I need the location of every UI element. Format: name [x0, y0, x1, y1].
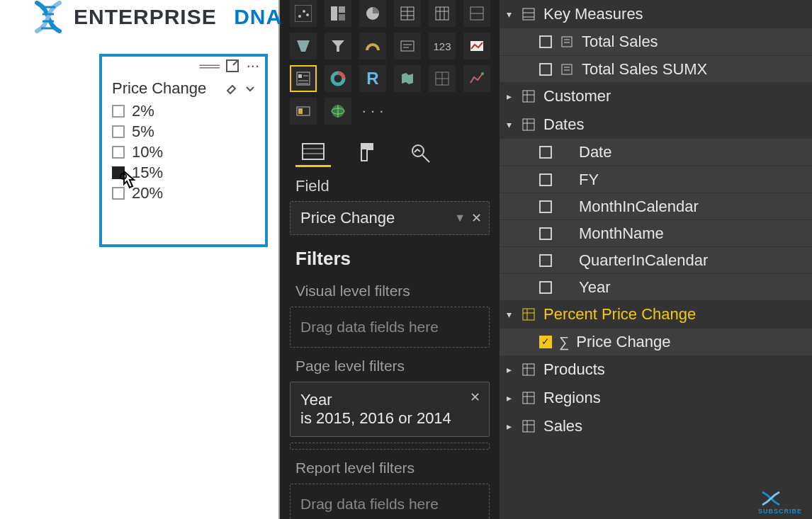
checkbox-icon[interactable]: [112, 125, 125, 138]
viz-gauge-icon[interactable]: [359, 33, 386, 59]
field-monthincalendar[interactable]: MonthInCalendar: [500, 193, 812, 219]
eraser-icon[interactable]: [225, 82, 238, 95]
viz-scatter-icon[interactable]: [290, 0, 317, 27]
visual-level-drop[interactable]: Drag data fields here: [290, 307, 490, 348]
viz-table2-icon[interactable]: [463, 0, 490, 27]
checkbox-icon[interactable]: [112, 146, 125, 159]
svg-rect-58: [562, 64, 572, 74]
viz-pie-icon[interactable]: [359, 0, 386, 27]
expand-icon[interactable]: ▸: [504, 364, 514, 375]
page-level-drop[interactable]: [290, 443, 490, 450]
table-customer[interactable]: ▸ Customer: [500, 82, 812, 110]
svg-rect-13: [339, 14, 345, 21]
focus-mode-icon[interactable]: [225, 59, 239, 73]
tab-format[interactable]: [349, 137, 385, 167]
report-canvas[interactable]: ENTERPRISE DNA ══ ··· Price Change 2% 5%…: [0, 0, 280, 519]
checkbox-icon[interactable]: [112, 187, 125, 200]
viz-slicer-icon[interactable]: [290, 65, 317, 92]
tab-analyze[interactable]: [403, 137, 439, 167]
subscribe-label: SUBSCRIBE: [758, 508, 802, 515]
slicer-item-label: 10%: [132, 143, 163, 161]
field-well[interactable]: Price Change ▼ ✕: [290, 201, 490, 235]
viz-table-icon[interactable]: [429, 0, 456, 27]
field-fy[interactable]: FY: [500, 166, 812, 193]
table-regions[interactable]: ▸ Regions: [500, 384, 812, 412]
remove-field-icon[interactable]: ✕: [471, 210, 482, 226]
viz-donut-icon[interactable]: [325, 65, 351, 92]
field-total-sales-sumx[interactable]: Total Sales SUMX: [500, 55, 812, 82]
viz-globe-icon[interactable]: [325, 98, 351, 125]
chevron-down-icon[interactable]: [244, 82, 256, 95]
field-total-sales[interactable]: Total Sales: [500, 28, 812, 55]
table-dates[interactable]: ▾ Dates: [500, 110, 812, 139]
svg-point-8: [298, 15, 301, 18]
slicer-item-10pct[interactable]: 10%: [112, 142, 265, 162]
viz-funnel-icon[interactable]: [290, 33, 317, 59]
slicer-item-15pct[interactable]: 15%: [112, 162, 265, 183]
collapse-icon[interactable]: ▾: [504, 309, 514, 320]
viz-multicard-icon[interactable]: [463, 33, 490, 59]
field-checkbox[interactable]: [539, 281, 552, 294]
table-sales[interactable]: ▸ Sales: [500, 412, 812, 440]
field-checkbox[interactable]: [539, 146, 552, 159]
table-key-measures[interactable]: ▾ Key Measures: [500, 0, 812, 28]
field-checkbox[interactable]: [539, 336, 552, 348]
slicer-item-20pct[interactable]: 20%: [112, 183, 265, 203]
report-level-drop[interactable]: Drag data fields here: [290, 484, 490, 519]
collapse-icon[interactable]: ▾: [504, 8, 514, 20]
svg-rect-42: [298, 108, 303, 114]
table-percent-price-change[interactable]: ▾ Percent Price Change: [500, 300, 812, 329]
drag-handle-icon[interactable]: ══: [200, 62, 218, 69]
expand-icon[interactable]: ▸: [504, 91, 514, 102]
slicer-item-2pct[interactable]: 2%: [112, 101, 265, 121]
field-label: FY: [579, 171, 599, 189]
viz-treemap-icon[interactable]: [325, 0, 351, 27]
field-checkbox[interactable]: [539, 35, 552, 48]
collapse-icon[interactable]: ▾: [504, 119, 514, 130]
slicer-item-label: 5%: [132, 122, 154, 141]
field-price-change[interactable]: ∑ Price Change: [500, 329, 812, 355]
field-checkbox[interactable]: [539, 200, 552, 213]
checkbox-icon[interactable]: [112, 166, 125, 179]
field-date[interactable]: Date: [500, 139, 812, 166]
viz-kpi-icon[interactable]: 123: [429, 33, 456, 59]
field-checkbox[interactable]: [539, 254, 552, 267]
svg-rect-73: [523, 392, 534, 404]
viz-sparkline-icon[interactable]: [463, 65, 490, 92]
table-icon: [521, 117, 536, 132]
viz-matrix-icon[interactable]: [394, 0, 421, 27]
field-label: Year: [579, 278, 610, 297]
table-label: Customer: [543, 87, 611, 105]
viz-card-icon[interactable]: [394, 33, 421, 59]
logo-text-enterprise: ENTERPRISE: [74, 5, 217, 29]
slicer-visual[interactable]: ══ ··· Price Change 2% 5% 10% 15% 20%: [99, 54, 268, 247]
tab-fields[interactable]: [295, 137, 331, 167]
field-quarterincalendar[interactable]: QuarterInCalendar: [500, 246, 812, 273]
chevron-down-icon[interactable]: ▼: [454, 212, 466, 224]
viz-map-shape-icon[interactable]: [394, 65, 421, 92]
svg-rect-70: [523, 364, 534, 375]
field-monthname[interactable]: MonthName: [500, 219, 812, 246]
more-options-icon[interactable]: ···: [247, 57, 259, 75]
viz-grid-icon[interactable]: [429, 65, 456, 92]
page-filter-year[interactable]: ✕ Year is 2015, 2016 or 2014: [290, 382, 490, 437]
dna-icon: [30, 0, 67, 34]
field-checkbox[interactable]: [539, 63, 552, 76]
viz-r-icon[interactable]: R: [359, 65, 386, 92]
field-year[interactable]: Year: [500, 273, 812, 300]
viz-import-icon[interactable]: · · ·: [359, 98, 386, 125]
viz-card2-icon[interactable]: [290, 98, 317, 125]
subscribe-badge[interactable]: SUBSCRIBE: [758, 489, 802, 515]
viz-filter-icon[interactable]: [325, 33, 351, 59]
field-label: QuarterInCalendar: [579, 251, 708, 270]
table-label: Key Measures: [543, 5, 643, 23]
checkbox-icon[interactable]: [112, 105, 125, 118]
visual-level-filters-label: Visual level filters: [280, 275, 500, 304]
slicer-item-5pct[interactable]: 5%: [112, 121, 265, 142]
expand-icon[interactable]: ▸: [504, 421, 514, 432]
table-products[interactable]: ▸ Products: [500, 355, 812, 384]
expand-icon[interactable]: ▸: [504, 392, 514, 404]
remove-filter-icon[interactable]: ✕: [470, 389, 480, 405]
field-checkbox[interactable]: [539, 227, 552, 240]
field-checkbox[interactable]: [539, 173, 552, 186]
